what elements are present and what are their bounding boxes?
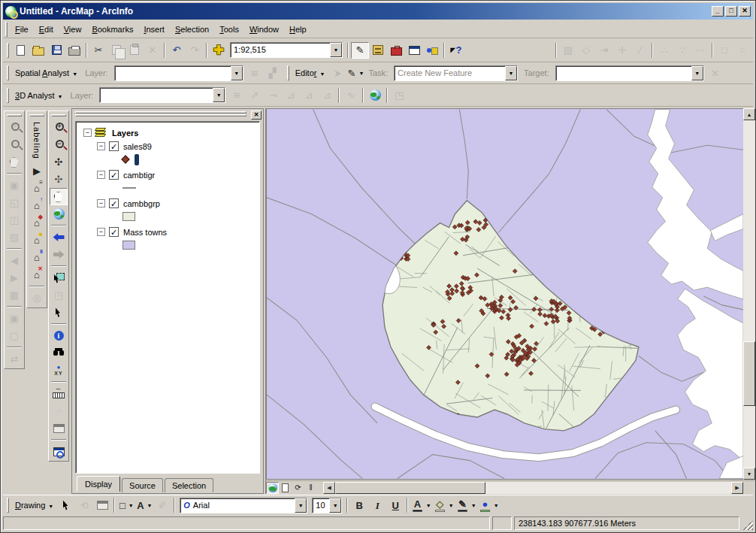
tools-toolbar-grip[interactable] xyxy=(51,114,66,117)
layer-name[interactable]: cambtigr xyxy=(123,171,155,180)
layer-row-cambbgrp[interactable]: −✓cambbgrp xyxy=(97,197,259,210)
expand-box[interactable]: − xyxy=(83,129,92,137)
lock-labels-button[interactable]: ⌂■ xyxy=(28,232,46,249)
sketch-tool-button[interactable]: ✎▼ xyxy=(346,65,364,81)
resize-grip[interactable] xyxy=(743,520,753,530)
pause-drawing-button[interactable]: ‖ xyxy=(304,482,317,494)
view-unplaced-labels-button[interactable]: ⌂✕ xyxy=(28,266,46,283)
fixed-zoom-in-button[interactable]: ✣ xyxy=(50,153,68,171)
goto-xy-button[interactable]: XY xyxy=(50,362,68,379)
new-rectangle-button[interactable]: □ xyxy=(715,42,733,59)
contour-tool-button[interactable]: ≋ xyxy=(246,65,264,81)
menu-bookmarks[interactable]: Bookmarks xyxy=(86,23,138,36)
intersect-graphics-button[interactable]: ⋯ xyxy=(691,42,709,59)
map-svg[interactable] xyxy=(267,109,743,479)
zoom-100-button[interactable]: ◱ xyxy=(5,194,23,211)
new-shape-button[interactable]: □▼ xyxy=(117,497,135,513)
whats-this-button[interactable]: ? xyxy=(447,42,465,59)
zoom-in-button[interactable]: + xyxy=(50,119,68,136)
identify-button[interactable]: i xyxy=(50,327,68,344)
map-scale-combo[interactable]: 1:92,515▼ xyxy=(230,42,343,58)
map-scale-combo-dropdown-button[interactable]: ▼ xyxy=(330,43,342,57)
layer-name[interactable]: cambbgrp xyxy=(123,199,160,208)
menu-bar-grip[interactable] xyxy=(5,22,8,37)
histogram-tool-button[interactable]: ▞ xyxy=(264,65,282,81)
scroll-down-button[interactable]: ▼ xyxy=(743,468,755,480)
labeling-menu-button[interactable]: ▶ xyxy=(28,162,46,180)
root-layer-name[interactable]: Layers xyxy=(112,129,138,138)
arccatalog-button[interactable] xyxy=(369,42,387,59)
editor-toolbar-grip[interactable] xyxy=(287,65,289,80)
close-button[interactable]: ✕ xyxy=(739,6,751,17)
map-canvas[interactable] xyxy=(266,108,744,480)
layer-row-cambtigr[interactable]: −✓cambtigr xyxy=(97,168,259,181)
scroll-right-button[interactable]: ▶ xyxy=(731,482,743,494)
html-popup-button[interactable] xyxy=(50,419,68,437)
bold-button[interactable]: B xyxy=(350,497,368,513)
toc-root-row[interactable]: −Layers xyxy=(83,126,259,139)
map-vertical-scrollbar[interactable]: ▲ ▼ xyxy=(743,108,755,480)
expand-box[interactable]: − xyxy=(97,142,105,150)
edit-vertices-button[interactable]: ✐ xyxy=(153,497,171,513)
cut-button[interactable]: ✂ xyxy=(89,42,107,59)
arctoolbox-button[interactable] xyxy=(387,42,405,59)
task-combo[interactable]: Create New Feature▼ xyxy=(394,65,518,81)
reshape-graphic-button[interactable]: ◇ xyxy=(577,42,595,59)
menu-selection[interactable]: Selection xyxy=(170,23,214,36)
layer-name[interactable]: Mass towns xyxy=(123,228,167,237)
line-color-button[interactable]: ✎▼ xyxy=(455,497,478,513)
layer-checkbox[interactable]: ✓ xyxy=(109,198,119,208)
toc-close-icon[interactable]: ✕ xyxy=(251,111,262,120)
forward-extent-button[interactable] xyxy=(50,246,68,263)
font-size-combo-dropdown-button[interactable]: ▼ xyxy=(329,498,341,513)
marker-color-button[interactable]: ●▼ xyxy=(478,497,500,513)
spatial-layer-combo-dropdown-button[interactable]: ▼ xyxy=(231,66,243,80)
3d-analyst-menu[interactable]: 3D Analyst▼ xyxy=(11,89,67,101)
modelbuilder-button[interactable] xyxy=(423,42,441,59)
menu-insert[interactable]: Insert xyxy=(138,23,170,36)
expand-box[interactable]: − xyxy=(97,171,105,179)
interpolate-polyline-button[interactable]: ⊿ xyxy=(318,87,336,104)
underline-button[interactable]: U xyxy=(386,497,404,513)
new-circle-button[interactable]: ○ xyxy=(733,42,751,59)
layer-symbol[interactable] xyxy=(122,182,259,194)
undo-button[interactable]: ↶ xyxy=(168,42,186,59)
extent-tool-button[interactable]: ◳ xyxy=(390,87,408,104)
layer-symbol[interactable] xyxy=(122,210,259,223)
menu-window[interactable]: Window xyxy=(244,23,284,36)
layout-zoom-in-button[interactable]: + xyxy=(5,119,23,136)
measure-button[interactable] xyxy=(50,385,68,402)
profile-graph-button[interactable]: ∿ xyxy=(342,87,360,104)
tab-display[interactable]: Display xyxy=(77,476,120,492)
copy-button[interactable] xyxy=(107,42,125,59)
layout-zoom-out-button[interactable]: − xyxy=(5,136,23,153)
refresh-view-button[interactable]: ⟳ xyxy=(292,482,304,494)
layer-checkbox[interactable]: ✓ xyxy=(109,170,119,180)
paste-button[interactable] xyxy=(125,42,144,59)
select-features-button[interactable] xyxy=(50,269,68,286)
vertical-scroll-thumb[interactable] xyxy=(743,341,755,406)
italic-button[interactable]: I xyxy=(368,497,386,513)
label-priority-button[interactable]: ⌂↑ xyxy=(28,197,46,214)
tab-selection[interactable]: Selection xyxy=(165,478,213,492)
tab-source[interactable]: Source xyxy=(122,478,163,492)
go-back-extent-button[interactable]: ◀ xyxy=(5,252,23,269)
scroll-up-button[interactable]: ▲ xyxy=(743,108,755,120)
drawing-toolbar-grip[interactable] xyxy=(7,498,9,513)
full-extent-button[interactable] xyxy=(50,205,68,223)
drawing-menu[interactable]: Drawing▼ xyxy=(11,499,57,511)
expand-box[interactable]: − xyxy=(97,228,105,236)
menu-view[interactable]: View xyxy=(59,23,87,36)
editor-toolbar-toggle-button[interactable]: ✎ xyxy=(351,42,369,59)
snap-tool-button[interactable]: ⇥ xyxy=(595,42,613,59)
editor-menu[interactable]: Editor▼ xyxy=(292,67,329,79)
change-layout-button[interactable]: ▢ xyxy=(5,327,23,344)
scroll-left-button[interactable]: ◀ xyxy=(323,482,335,494)
layer-row-mass-towns[interactable]: −✓Mass towns xyxy=(97,226,259,238)
edit-tool-button[interactable]: ➤ xyxy=(328,65,346,81)
title-bar[interactable]: Untitled - ArcMap - ArcInfo _ □ ✕ xyxy=(3,3,753,20)
layer-row-sales89[interactable]: −✓sales89 xyxy=(97,140,259,153)
font-combo[interactable]: OArial▼ xyxy=(180,498,307,513)
create-contours-button[interactable]: ≋ xyxy=(228,87,246,104)
horizontal-scroll-thumb[interactable] xyxy=(335,482,485,494)
